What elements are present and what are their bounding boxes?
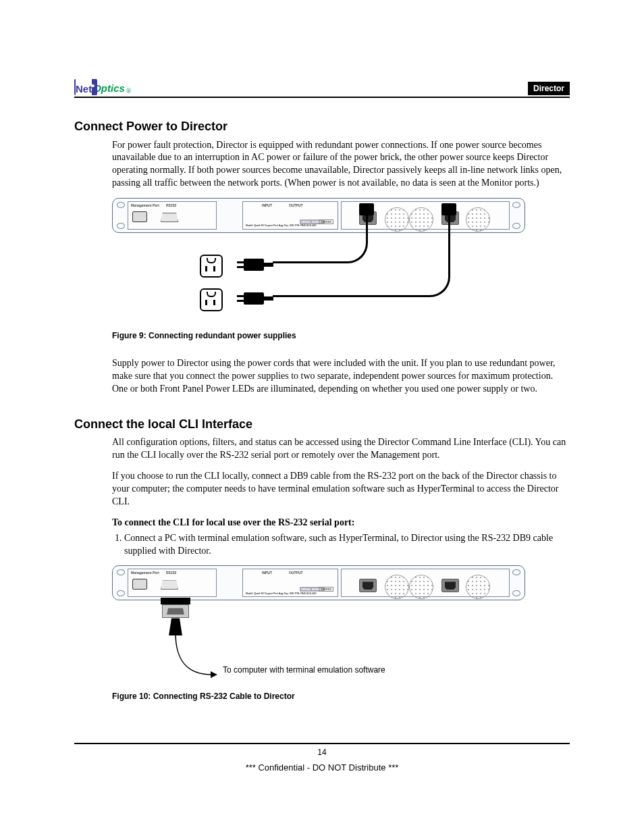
power-supply-paragraph: Supply power to Director using the power…: [112, 357, 570, 396]
db9-port-icon: [161, 213, 178, 222]
cli-intro-paragraph: All configuration options, filters, and …: [112, 436, 570, 462]
vent-icon: [466, 575, 490, 599]
figure-10-cable: To computer with terminal emulation soft…: [112, 603, 524, 698]
cli-instruction-heading: To connect the CLI for local use over th…: [112, 517, 570, 529]
wall-outlet-icon: [200, 255, 223, 278]
cli-steps-list: Connect a PC with terminal emulation sof…: [112, 532, 570, 558]
logo-text-net: Net: [76, 74, 92, 96]
vent-icon: [466, 207, 490, 232]
chassis-power-plug-icon: [441, 203, 456, 215]
confidential-notice: *** Confidential - DO NOT Distribute ***: [74, 762, 570, 774]
vent-icon: [409, 575, 433, 599]
page-footer: 14 *** Confidential - DO NOT Distribute …: [74, 743, 570, 774]
label-rs232: RS232: [166, 571, 176, 575]
label-output: OUTPUT: [289, 571, 303, 575]
screw-hole-icon: [117, 223, 125, 229]
screw-hole-icon: [512, 590, 520, 596]
power-intro-paragraph: For power fault protection, Director is …: [112, 139, 570, 190]
figure-10-chassis: Management Port RS232 INPUT OUTPUT Model…: [112, 565, 525, 600]
label-mgmt: Management Port: [131, 203, 159, 208]
label-input: INPUT: [262, 203, 272, 208]
screw-hole-icon: [512, 569, 520, 575]
screw-hole-icon: [117, 202, 125, 208]
label-model: Model: Quad SX Copper Port Agg Tap- OM /…: [246, 592, 333, 596]
power-cable-icon: [273, 215, 450, 297]
arrow-head-icon: [211, 671, 217, 678]
page-header: Net Optics ® Director: [74, 74, 570, 98]
chassis-power-plug-icon: [359, 203, 374, 215]
logo-text-optics: Optics: [93, 82, 125, 95]
screw-hole-icon: [117, 590, 125, 596]
screw-hole-icon: [512, 202, 520, 208]
power-plug-icon: [244, 292, 264, 305]
cli-step-1: Connect a PC with terminal emulation sof…: [124, 532, 570, 558]
terminal-label: To computer with terminal emulation soft…: [223, 665, 385, 676]
logo-registered-mark: ®: [126, 86, 132, 96]
screw-hole-icon: [117, 569, 125, 575]
power-plug-icon: [244, 259, 264, 271]
rj45-port-icon: [132, 579, 147, 590]
io-panel: INPUT OUTPUT Model: Quad SX Copper Port …: [242, 569, 338, 597]
label-mgmt: Management Port: [131, 571, 159, 575]
cable-curve-icon: [173, 633, 213, 680]
figure-9-caption: Figure 9: Connecting redundant power sup…: [112, 330, 570, 341]
vent-icon: [385, 575, 409, 599]
db9-port-icon: [161, 580, 178, 590]
product-badge: Director: [528, 82, 570, 95]
figure-9-cables: [112, 236, 524, 323]
brand-logo: Net Optics ®: [74, 74, 131, 95]
label-rs232: RS232: [166, 203, 176, 208]
heading-connect-power: Connect Power to Director: [74, 118, 570, 134]
label-output: OUTPUT: [289, 203, 303, 208]
screw-hole-icon: [512, 223, 520, 229]
rj45-port-icon: [132, 211, 147, 222]
mgmt-panel: Management Port RS232: [128, 201, 217, 230]
db9-connector-icon: [161, 598, 190, 635]
power-inlet-icon: [359, 579, 377, 592]
serial-value: XXXXXX: [319, 587, 333, 592]
power-panel: [341, 569, 510, 597]
power-inlet-icon: [441, 579, 459, 592]
wall-outlet-icon: [200, 288, 223, 311]
heading-connect-cli: Connect the local CLI Interface: [74, 416, 570, 432]
page-number: 14: [74, 747, 570, 758]
label-input: INPUT: [262, 571, 272, 575]
terminal-label-text: To computer with terminal emulation soft…: [223, 665, 385, 675]
cli-db9-paragraph: If you choose to run the CLI locally, co…: [112, 470, 570, 509]
mgmt-panel: Management Port RS232: [128, 569, 217, 597]
